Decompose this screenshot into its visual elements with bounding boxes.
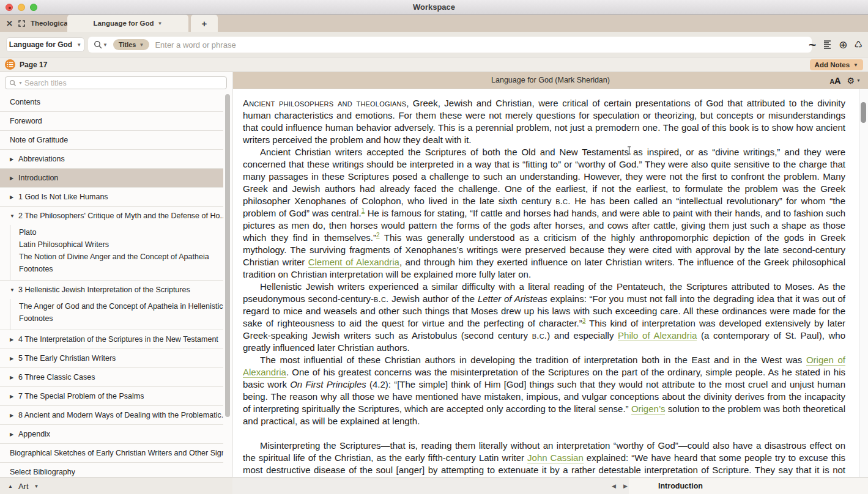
reader-paragraph: Ancient Christian writers accepted the S… <box>243 146 845 281</box>
bottom-bar: ▲ Art ▼ ◀ ▶ Introduction <box>0 477 868 494</box>
disclosure-expanded-icon[interactable]: ▼ <box>10 287 18 293</box>
disclosure-collapsed-icon[interactable]: ▶ <box>10 394 18 399</box>
current-section-box[interactable]: Introduction <box>629 478 868 494</box>
disclosure-collapsed-icon[interactable]: ▶ <box>10 157 18 162</box>
toc-subitem[interactable]: Plato <box>10 226 223 238</box>
toc-item-label: 3 Hellenistic Jewish Interpretation of t… <box>18 286 190 294</box>
reader-scrollbar[interactable] <box>859 89 868 477</box>
disclosure-collapsed-icon[interactable]: ▶ <box>10 375 18 380</box>
text-run: b.c. <box>374 293 388 304</box>
fuzzy-search-icon[interactable]: ~ <box>809 42 816 48</box>
toc-item-label: Appendix <box>18 430 50 438</box>
next-section-button[interactable]: ▶ <box>623 483 628 489</box>
toc-item-label: Foreword <box>10 117 42 125</box>
reader-footer: ◀ ▶ Introduction <box>232 477 868 494</box>
toc-item-label: 8 Ancient and Modern Ways of Dealing wit… <box>18 411 223 419</box>
toc-item[interactable]: ▶Abbreviations <box>0 150 223 168</box>
art-panel-toggle[interactable]: ▲ Art ▼ <box>0 477 232 494</box>
text-run: The most influential of these Christian … <box>260 355 806 365</box>
toc-subitem[interactable]: The Notion of Divine Anger and the Conce… <box>10 251 223 263</box>
add-circle-icon[interactable]: ⊕ <box>839 39 847 51</box>
toc-subitem[interactable]: Latin Philosophical Writers <box>10 238 223 251</box>
expand-up-icon[interactable]: ▲ <box>8 484 13 489</box>
disclosure-collapsed-icon[interactable]: ▶ <box>10 337 18 342</box>
text-lines-icon[interactable] <box>823 40 832 50</box>
search-filter-chevron-icon[interactable]: ▼ <box>18 81 23 85</box>
toc-subitem[interactable]: The Anger of God and the Concept of Apat… <box>10 300 223 312</box>
recycle-icon[interactable]: ♺ <box>855 39 862 50</box>
toc-item-label: 1 God Is Not Like Humans <box>18 193 108 201</box>
toc-item[interactable]: ▶Introduction <box>0 169 223 187</box>
sidebar-scrollbar-thumb[interactable] <box>225 94 230 417</box>
workspace-window: { "window": { "title": "Workspace" }, "t… <box>0 0 868 494</box>
toc-subitem[interactable]: Footnotes <box>10 263 223 275</box>
toc-item[interactable]: Biographical Sketches of Early Christian… <box>0 444 223 462</box>
table-of-contents-list: ContentsForewordNote of Gratitude▶Abbrev… <box>0 93 223 477</box>
gear-icon[interactable]: ⚙▼ <box>847 76 861 86</box>
disclosure-collapsed-icon[interactable]: ▶ <box>10 175 18 181</box>
tab-menu-chevron-icon[interactable]: ▼ <box>158 21 163 26</box>
book-selector-dropdown[interactable]: Language for God ▼ <box>6 37 84 52</box>
cross-reference-link[interactable]: Origen’s <box>631 404 666 415</box>
toc-subitem[interactable]: Footnotes <box>10 312 223 325</box>
text-size-icon[interactable]: AA <box>829 75 840 86</box>
toc-item-label: Select Bibliography <box>10 468 75 476</box>
workspace-name-label[interactable]: Theological <box>31 20 70 27</box>
disclosure-collapsed-icon[interactable]: ▶ <box>10 356 18 361</box>
chevron-down-icon[interactable]: ▼ <box>34 484 39 489</box>
reader-header: Language for God (Mark Sheridan) AA ⚙▼ <box>233 72 868 89</box>
toc-item-label: Note of Gratitude <box>10 136 68 144</box>
disclosure-collapsed-icon[interactable]: ▶ <box>10 194 18 200</box>
cross-reference-link[interactable]: Clement of Alexandria <box>308 257 399 268</box>
toc-item-label: Biographical Sketches of Early Christian… <box>10 449 223 457</box>
toc-item[interactable]: ▶1 God Is Not Like Humans <box>0 188 223 206</box>
toc-item[interactable]: Select Bibliography <box>0 463 223 477</box>
disclosure-collapsed-icon[interactable]: ▶ <box>10 432 18 437</box>
search-input[interactable] <box>155 40 806 50</box>
reader-paragraph: The most influential of these Christian … <box>243 354 845 427</box>
toc-item[interactable]: Note of Gratitude <box>0 131 223 149</box>
toc-item-label: Introduction <box>18 174 58 182</box>
text-run: b.c. <box>532 330 547 341</box>
search-scope-pill[interactable]: Titles ▼ <box>113 39 149 50</box>
search-toolbar: Language for God ▼ ▼ Titles ▼ ~ ⊕ ♺ <box>0 32 868 57</box>
expand-workspace-icon[interactable] <box>18 20 25 27</box>
workspace-tab-bar: ✕ Theological Language for God ▼ + <box>0 15 868 32</box>
toc-item[interactable]: ▶Appendix <box>0 425 223 443</box>
toc-item[interactable]: ▶6 Three Classic Cases <box>0 368 223 386</box>
disclosure-expanded-icon[interactable]: ▼ <box>10 213 18 219</box>
search-field[interactable]: ▼ Titles ▼ <box>88 37 812 53</box>
disclosure-collapsed-icon[interactable]: ▶ <box>10 413 18 418</box>
art-panel-label: Art <box>18 482 29 491</box>
chevron-down-icon: ▼ <box>853 62 858 68</box>
toc-item[interactable]: ▶4 The Interpretation of the Scriptures … <box>0 330 223 348</box>
toc-item[interactable]: Contents <box>0 93 223 111</box>
tab-language-for-god[interactable]: Language for God ▼ <box>67 15 188 32</box>
sidebar-search-input[interactable] <box>24 79 223 87</box>
toc-item[interactable]: Foreword <box>0 112 223 130</box>
previous-section-button[interactable]: ◀ <box>612 483 616 489</box>
reader-paragraph: Misinterpreting the Scriptures—that is, … <box>243 440 845 477</box>
toc-item[interactable]: ▶8 Ancient and Modern Ways of Dealing wi… <box>0 406 223 424</box>
cross-reference-link[interactable]: Philo of Alexandria <box>618 330 697 341</box>
search-icon[interactable] <box>94 40 103 50</box>
close-workspace-icon[interactable]: ✕ <box>6 19 13 28</box>
cross-reference-link[interactable]: John Cassian <box>527 452 584 463</box>
toc-item[interactable]: ▼2 The Philosophers' Critique of Myth an… <box>0 207 223 225</box>
toc-item[interactable]: ▶7 The Special Problem of the Psalms <box>0 387 223 405</box>
toc-item-label: 6 Three Classic Cases <box>18 373 95 382</box>
sidebar-search-field[interactable]: ▼ <box>5 76 227 89</box>
toc-item[interactable]: ▼3 Hellenistic Jewish Interpretation of … <box>0 281 223 299</box>
reader-scrollbar-thumb[interactable] <box>861 102 866 123</box>
table-of-contents-icon[interactable] <box>5 59 15 70</box>
text-run: ) and especially <box>547 330 618 341</box>
reader-paragraph: Ancient philosophers and theologians, Gr… <box>243 97 845 146</box>
current-section-label: Introduction <box>629 478 868 494</box>
chevron-down-icon: ▼ <box>139 42 144 48</box>
new-tab-button[interactable]: + <box>191 15 218 32</box>
toc-item[interactable]: ▶5 The Early Christian Writers <box>0 349 223 367</box>
search-options-chevron-icon[interactable]: ▼ <box>103 42 108 48</box>
add-notes-button[interactable]: Add Notes ▼ <box>810 59 863 70</box>
contents-sidebar: ▼ ContentsForewordNote of Gratitude▶Abbr… <box>0 72 232 477</box>
toc-item-label: 5 The Early Christian Writers <box>18 354 116 363</box>
